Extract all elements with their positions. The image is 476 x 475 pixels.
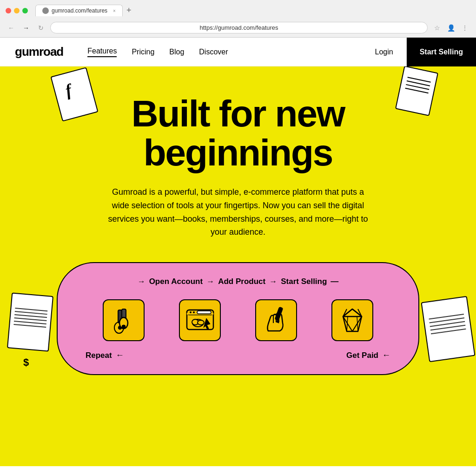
forward-button[interactable]: → [20,22,32,33]
process-getpaid: Get Paid ← [346,350,390,360]
process-step-3: Start Selling [281,277,327,286]
nav-actions: Login Start Selling [362,38,476,66]
active-tab[interactable]: gumroad.com/features × [35,5,123,16]
svg-point-0 [44,9,47,13]
process-step-2: Add Product [218,277,265,286]
nav-link-pricing[interactable]: Pricing [132,48,154,56]
profile-button[interactable]: 👤 [445,22,456,33]
repeat-arrow: ← [116,350,124,360]
svg-point-12 [190,311,192,313]
hero-title-line2: beginnings [144,132,333,173]
getpaid-label: Get Paid [346,351,378,360]
fullscreen-button[interactable] [22,8,28,13]
hero-subtitle: Gumroad is a powerful, but simple, e-com… [108,185,368,239]
process-arrow-2: → [269,277,277,286]
svg-point-8 [122,325,126,329]
hero-title: Built for new beginnings [132,94,344,172]
process-repeat: Repeat ← [86,350,124,360]
browser-screen-icon [179,299,221,341]
traffic-lights [6,8,28,13]
process-strip: → Open Account → Add Product → Start Sel… [57,262,419,375]
nav-link-discover[interactable]: Discover [199,48,228,56]
tab-close-button[interactable]: × [113,8,116,13]
start-selling-button[interactable]: Start Selling [407,38,476,66]
address-bar[interactable]: https://gumroad.com/features [50,22,428,33]
back-button[interactable]: ← [6,22,17,33]
site-navigation: GumrOaD Features Pricing Blog Discover L… [0,38,476,66]
browser-titlebar: gumroad.com/features × + [0,0,476,19]
svg-point-13 [193,311,195,313]
nav-link-blog[interactable]: Blog [169,48,184,56]
process-prefix-arrow: → [138,277,145,286]
login-button[interactable]: Login [362,38,406,66]
process-bottom: Repeat ← Get Paid ← [76,350,400,360]
gem-icon [331,299,373,341]
process-step-1: Open Account [149,277,203,286]
getpaid-arrow: ← [382,350,390,360]
pen-hand-icon [255,299,297,341]
dollar-sign-icon: $ [23,356,29,369]
browser-toolbar: ← → ↻ https://gumroad.com/features ☆ 👤 ⋮ [0,19,476,37]
process-icons [76,299,400,341]
site-logo[interactable]: GumrOaD [0,45,78,59]
paper-decoration-topleft [50,67,98,121]
toolbar-actions: ☆ 👤 ⋮ [431,22,470,33]
paper-decoration-bottomright [421,296,475,363]
process-arrow-1: → [206,277,214,286]
new-tab-button[interactable]: + [126,6,132,15]
tab-favicon [42,7,49,14]
process-suffix-dash: — [331,277,338,286]
paintbrush-icon [103,299,145,341]
tab-bar: gumroad.com/features × + [35,5,470,16]
menu-button[interactable]: ⋮ [459,22,470,33]
paper-decoration-bottomleft [7,292,53,351]
hero-title-line1: Built for new [132,93,344,134]
process-steps: → Open Account → Add Product → Start Sel… [76,277,400,286]
close-button[interactable] [6,8,11,13]
nav-links: Features Pricing Blog Discover [78,47,362,57]
hero-section: $ Built for new beginnings Gumroad is a … [0,66,476,466]
bookmark-button[interactable]: ☆ [431,22,443,33]
svg-point-17 [198,320,204,325]
svg-rect-14 [197,311,211,314]
tab-title: gumroad.com/features [52,7,107,14]
minimize-button[interactable] [14,8,20,13]
website: GumrOaD Features Pricing Blog Discover L… [0,38,476,466]
nav-link-features[interactable]: Features [87,47,117,57]
repeat-label: Repeat [86,351,112,360]
paper-decoration-topright [395,66,438,116]
reload-button[interactable]: ↻ [35,22,46,33]
browser-chrome: gumroad.com/features × + ← → ↻ https://g… [0,0,476,38]
url-text: https://gumroad.com/features [199,24,278,31]
